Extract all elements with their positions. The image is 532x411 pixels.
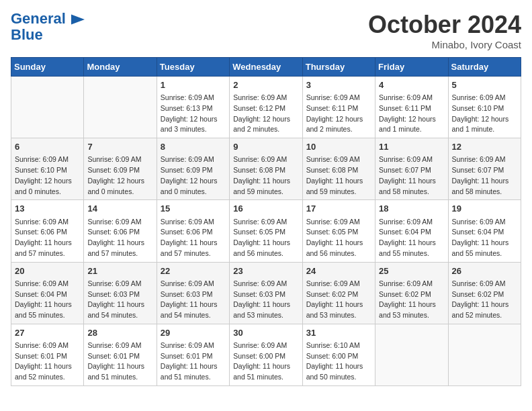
calendar-cell: 25Sunrise: 6:09 AM Sunset: 6:02 PM Dayli…	[375, 262, 448, 324]
calendar-cell: 24Sunrise: 6:09 AM Sunset: 6:02 PM Dayli…	[302, 262, 375, 324]
day-number: 15	[161, 203, 226, 215]
calendar-week-1: 1Sunrise: 6:09 AM Sunset: 6:13 PM Daylig…	[11, 77, 521, 138]
calendar-cell: 9Sunrise: 6:09 AM Sunset: 6:08 PM Daylig…	[230, 138, 302, 200]
day-info: Sunrise: 6:09 AM Sunset: 6:01 PM Dayligh…	[161, 340, 226, 383]
day-number: 22	[161, 265, 226, 277]
logo: General Blue	[11, 11, 85, 43]
day-number: 18	[379, 203, 444, 215]
day-number: 26	[452, 265, 517, 277]
calendar-cell: 10Sunrise: 6:09 AM Sunset: 6:08 PM Dayli…	[302, 138, 375, 200]
day-number: 23	[233, 265, 298, 277]
day-number: 3	[306, 79, 371, 91]
day-info: Sunrise: 6:09 AM Sunset: 6:08 PM Dayligh…	[233, 154, 298, 197]
day-number: 9	[233, 141, 298, 153]
calendar-cell: 12Sunrise: 6:09 AM Sunset: 6:07 PM Dayli…	[448, 138, 521, 200]
day-info: Sunrise: 6:09 AM Sunset: 6:04 PM Dayligh…	[452, 217, 517, 259]
weekday-tuesday: Tuesday	[157, 58, 229, 77]
calendar-cell: 18Sunrise: 6:09 AM Sunset: 6:04 PM Dayli…	[375, 200, 448, 262]
day-info: Sunrise: 6:09 AM Sunset: 6:07 PM Dayligh…	[452, 154, 517, 197]
calendar-cell: 27Sunrise: 6:09 AM Sunset: 6:01 PM Dayli…	[11, 324, 84, 385]
day-number: 17	[306, 203, 371, 215]
calendar-cell: 26Sunrise: 6:09 AM Sunset: 6:02 PM Dayli…	[448, 262, 521, 324]
weekday-sunday: Sunday	[11, 58, 84, 77]
day-number: 6	[15, 141, 80, 153]
day-info: Sunrise: 6:09 AM Sunset: 6:07 PM Dayligh…	[379, 154, 444, 197]
calendar-cell: 8Sunrise: 6:09 AM Sunset: 6:09 PM Daylig…	[157, 138, 229, 200]
day-number: 1	[161, 79, 226, 91]
calendar-week-3: 13Sunrise: 6:09 AM Sunset: 6:06 PM Dayli…	[11, 200, 521, 262]
day-info: Sunrise: 6:09 AM Sunset: 6:03 PM Dayligh…	[161, 279, 226, 321]
day-number: 28	[87, 327, 152, 339]
calendar-cell: 7Sunrise: 6:09 AM Sunset: 6:09 PM Daylig…	[84, 138, 157, 200]
day-info: Sunrise: 6:09 AM Sunset: 6:01 PM Dayligh…	[15, 340, 80, 383]
calendar-week-2: 6Sunrise: 6:09 AM Sunset: 6:10 PM Daylig…	[11, 138, 521, 200]
calendar-week-5: 27Sunrise: 6:09 AM Sunset: 6:01 PM Dayli…	[11, 324, 521, 385]
calendar-cell: 2Sunrise: 6:09 AM Sunset: 6:12 PM Daylig…	[230, 77, 302, 138]
calendar-cell: 23Sunrise: 6:09 AM Sunset: 6:03 PM Dayli…	[230, 262, 302, 324]
calendar-cell: 15Sunrise: 6:09 AM Sunset: 6:06 PM Dayli…	[157, 200, 229, 262]
day-info: Sunrise: 6:09 AM Sunset: 6:02 PM Dayligh…	[379, 279, 444, 321]
day-info: Sunrise: 6:09 AM Sunset: 6:12 PM Dayligh…	[233, 93, 298, 135]
day-number: 31	[306, 327, 371, 339]
day-number: 20	[15, 265, 80, 277]
day-info: Sunrise: 6:09 AM Sunset: 6:13 PM Dayligh…	[161, 93, 226, 135]
day-number: 12	[452, 141, 517, 153]
day-number: 11	[379, 141, 444, 153]
day-number: 10	[306, 141, 371, 153]
calendar-cell: 19Sunrise: 6:09 AM Sunset: 6:04 PM Dayli…	[448, 200, 521, 262]
calendar-cell: 3Sunrise: 6:09 AM Sunset: 6:11 PM Daylig…	[302, 77, 375, 138]
day-info: Sunrise: 6:09 AM Sunset: 6:05 PM Dayligh…	[306, 217, 371, 259]
day-number: 25	[379, 265, 444, 277]
day-info: Sunrise: 6:09 AM Sunset: 6:02 PM Dayligh…	[452, 279, 517, 321]
location-subtitle: Minabo, Ivory Coast	[368, 39, 521, 50]
day-number: 14	[87, 203, 152, 215]
day-info: Sunrise: 6:09 AM Sunset: 6:11 PM Dayligh…	[379, 93, 444, 135]
month-title: October 2024	[368, 11, 521, 39]
day-info: Sunrise: 6:09 AM Sunset: 6:10 PM Dayligh…	[15, 154, 80, 197]
day-info: Sunrise: 6:09 AM Sunset: 6:03 PM Dayligh…	[87, 279, 152, 321]
calendar-cell: 11Sunrise: 6:09 AM Sunset: 6:07 PM Dayli…	[375, 138, 448, 200]
day-number: 2	[233, 79, 298, 91]
day-number: 5	[452, 79, 517, 91]
day-info: Sunrise: 6:09 AM Sunset: 6:04 PM Dayligh…	[379, 217, 444, 259]
day-info: Sunrise: 6:09 AM Sunset: 6:04 PM Dayligh…	[15, 279, 80, 321]
day-info: Sunrise: 6:09 AM Sunset: 6:00 PM Dayligh…	[233, 340, 298, 383]
day-number: 27	[15, 327, 80, 339]
day-info: Sunrise: 6:09 AM Sunset: 6:06 PM Dayligh…	[161, 217, 226, 259]
day-info: Sunrise: 6:09 AM Sunset: 6:01 PM Dayligh…	[87, 340, 152, 383]
calendar-week-4: 20Sunrise: 6:09 AM Sunset: 6:04 PM Dayli…	[11, 262, 521, 324]
weekday-monday: Monday	[84, 58, 157, 77]
calendar-table: SundayMondayTuesdayWednesdayThursdayFrid…	[11, 57, 521, 386]
page-header: General Blue October 2024 Minabo, Ivory …	[11, 11, 521, 50]
calendar-cell: 6Sunrise: 6:09 AM Sunset: 6:10 PM Daylig…	[11, 138, 84, 200]
logo-blue: Blue	[11, 26, 43, 43]
weekday-header-row: SundayMondayTuesdayWednesdayThursdayFrid…	[11, 58, 521, 77]
day-number: 30	[233, 327, 298, 339]
calendar-cell	[11, 77, 84, 138]
weekday-thursday: Thursday	[302, 58, 375, 77]
calendar-cell: 16Sunrise: 6:09 AM Sunset: 6:05 PM Dayli…	[230, 200, 302, 262]
day-info: Sunrise: 6:09 AM Sunset: 6:06 PM Dayligh…	[15, 217, 80, 259]
calendar-cell	[448, 324, 521, 385]
day-info: Sunrise: 6:09 AM Sunset: 6:09 PM Dayligh…	[161, 154, 226, 197]
calendar-cell: 1Sunrise: 6:09 AM Sunset: 6:13 PM Daylig…	[157, 77, 229, 138]
day-info: Sunrise: 6:09 AM Sunset: 6:03 PM Dayligh…	[233, 279, 298, 321]
day-number: 8	[161, 141, 226, 153]
day-info: Sunrise: 6:09 AM Sunset: 6:05 PM Dayligh…	[233, 217, 298, 259]
day-number: 21	[87, 265, 152, 277]
day-number: 16	[233, 203, 298, 215]
calendar-cell: 17Sunrise: 6:09 AM Sunset: 6:05 PM Dayli…	[302, 200, 375, 262]
calendar-cell: 22Sunrise: 6:09 AM Sunset: 6:03 PM Dayli…	[157, 262, 229, 324]
calendar-cell: 21Sunrise: 6:09 AM Sunset: 6:03 PM Dayli…	[84, 262, 157, 324]
day-number: 29	[161, 327, 226, 339]
calendar-body: 1Sunrise: 6:09 AM Sunset: 6:13 PM Daylig…	[11, 77, 521, 386]
day-info: Sunrise: 6:09 AM Sunset: 6:08 PM Dayligh…	[306, 154, 371, 197]
calendar-cell: 20Sunrise: 6:09 AM Sunset: 6:04 PM Dayli…	[11, 262, 84, 324]
weekday-friday: Friday	[375, 58, 448, 77]
day-info: Sunrise: 6:10 AM Sunset: 6:00 PM Dayligh…	[306, 340, 371, 383]
calendar-cell: 30Sunrise: 6:09 AM Sunset: 6:00 PM Dayli…	[230, 324, 302, 385]
day-info: Sunrise: 6:09 AM Sunset: 6:09 PM Dayligh…	[87, 154, 152, 197]
title-area: October 2024 Minabo, Ivory Coast	[368, 11, 521, 50]
calendar-cell: 29Sunrise: 6:09 AM Sunset: 6:01 PM Dayli…	[157, 324, 229, 385]
day-number: 4	[379, 79, 444, 91]
